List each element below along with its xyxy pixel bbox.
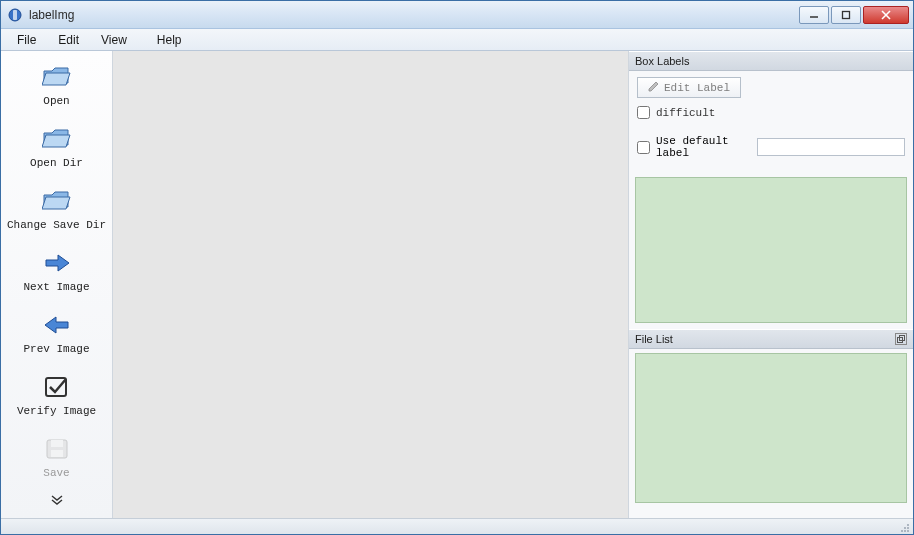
difficult-label: difficult — [656, 107, 715, 119]
pencil-icon — [648, 80, 660, 95]
file-list-header: File List — [629, 329, 913, 349]
image-canvas[interactable] — [113, 51, 629, 518]
svg-point-17 — [907, 530, 909, 532]
file-list[interactable] — [635, 353, 907, 503]
svg-rect-8 — [51, 440, 63, 447]
right-panel: Box Labels Edit Label difficult Use defa… — [629, 51, 913, 518]
save-button: Save — [7, 431, 107, 485]
label-list[interactable] — [635, 177, 907, 323]
folder-open-dir-icon — [41, 125, 73, 153]
titlebar[interactable]: labelImg — [1, 1, 913, 29]
toolbar-expand-icon[interactable] — [51, 494, 63, 508]
open-dir-button[interactable]: Open Dir — [7, 121, 107, 175]
next-image-label: Next Image — [23, 281, 89, 293]
window-title: labelImg — [29, 8, 74, 22]
open-button[interactable]: Open — [7, 59, 107, 113]
menubar: File Edit View Help — [1, 29, 913, 51]
box-labels-header: Box Labels — [629, 51, 913, 71]
svg-rect-3 — [843, 11, 850, 18]
svg-rect-1 — [13, 10, 17, 20]
size-grip-icon[interactable] — [897, 520, 911, 534]
verify-image-button[interactable]: Verify Image — [7, 369, 107, 423]
default-label-row: Use default label — [637, 135, 905, 159]
svg-point-12 — [907, 524, 909, 526]
arrow-right-icon — [41, 249, 73, 277]
svg-point-13 — [904, 527, 906, 529]
next-image-button[interactable]: Next Image — [7, 245, 107, 299]
minimize-button[interactable] — [799, 6, 829, 24]
undock-icon[interactable] — [895, 333, 907, 345]
open-label: Open — [43, 95, 69, 107]
box-labels-body: Edit Label difficult Use default label — [629, 71, 913, 165]
file-list-title: File List — [635, 333, 673, 345]
app-icon — [7, 7, 23, 23]
svg-point-16 — [904, 530, 906, 532]
menu-help[interactable]: Help — [147, 31, 192, 49]
main: Open Open Dir Change Save Dir — [1, 51, 913, 518]
folder-open-icon — [41, 63, 73, 91]
arrow-left-icon — [41, 311, 73, 339]
difficult-row: difficult — [637, 106, 905, 119]
change-save-dir-button[interactable]: Change Save Dir — [7, 183, 107, 237]
save-label: Save — [43, 467, 69, 479]
window-controls — [799, 6, 909, 24]
svg-rect-9 — [51, 450, 63, 457]
prev-image-label: Prev Image — [23, 343, 89, 355]
default-label-input[interactable] — [757, 138, 905, 156]
maximize-button[interactable] — [831, 6, 861, 24]
box-labels-title: Box Labels — [635, 55, 689, 67]
menu-edit[interactable]: Edit — [48, 31, 89, 49]
close-button[interactable] — [863, 6, 909, 24]
difficult-checkbox[interactable] — [637, 106, 650, 119]
open-dir-label: Open Dir — [30, 157, 83, 169]
folder-save-dir-icon — [41, 187, 73, 215]
prev-image-button[interactable]: Prev Image — [7, 307, 107, 361]
edit-label-button: Edit Label — [637, 77, 741, 98]
svg-point-15 — [901, 530, 903, 532]
menu-file[interactable]: File — [7, 31, 46, 49]
statusbar — [1, 518, 913, 534]
menu-view[interactable]: View — [91, 31, 137, 49]
use-default-label-checkbox[interactable] — [637, 141, 650, 154]
svg-point-14 — [907, 527, 909, 529]
change-save-dir-label: Change Save Dir — [7, 219, 106, 231]
check-box-icon — [41, 373, 73, 401]
edit-label-text: Edit Label — [664, 82, 730, 94]
left-toolbar: Open Open Dir Change Save Dir — [1, 51, 113, 518]
save-icon — [41, 435, 73, 463]
use-default-label-text: Use default label — [656, 135, 751, 159]
verify-image-label: Verify Image — [17, 405, 96, 417]
